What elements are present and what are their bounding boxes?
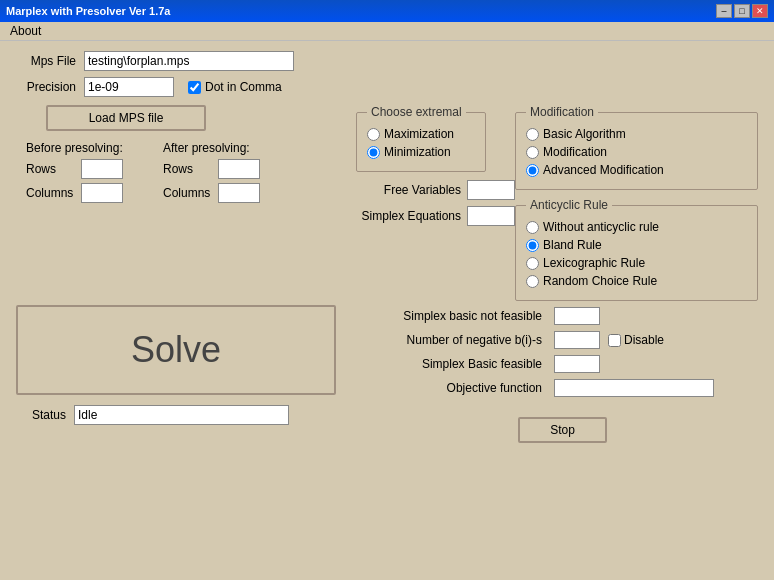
before-columns-row: Columns: [26, 183, 123, 203]
simplex-not-feasible-label: Simplex basic not feasible: [367, 309, 542, 323]
mps-file-input[interactable]: [84, 51, 294, 71]
modification-legend: Modification: [526, 105, 598, 119]
without-anticyclic-label: Without anticyclic rule: [543, 220, 659, 234]
choose-extremal-legend: Choose extremal: [367, 105, 466, 119]
right-panel: Modification Basic Algorithm Modificatio…: [515, 105, 758, 301]
precision-input[interactable]: [84, 77, 174, 97]
before-rows-row: Rows: [26, 159, 123, 179]
top-section: Load MPS file Before presolving: Rows Co…: [16, 105, 758, 301]
simplex-feasible-label: Simplex Basic feasible: [367, 357, 542, 371]
after-columns-input[interactable]: [218, 183, 260, 203]
negative-b-label: Number of negative b(i)-s: [367, 333, 542, 347]
dot-in-comma-checkbox[interactable]: [188, 81, 201, 94]
after-columns-label: Columns: [163, 186, 218, 200]
before-rows-input[interactable]: [81, 159, 123, 179]
objective-function-input[interactable]: [554, 379, 714, 397]
simplex-equations-label: Simplex Equations: [356, 209, 461, 223]
left-panel: Load MPS file Before presolving: Rows Co…: [16, 105, 356, 301]
bottom-section: Solve Status Simplex basic not feasible …: [16, 305, 758, 443]
maximization-label: Maximization: [384, 127, 454, 141]
before-presolving: Before presolving: Rows Columns: [26, 141, 123, 211]
stop-button[interactable]: Stop: [518, 417, 607, 443]
random-choice-rule-row: Random Choice Rule: [526, 274, 747, 288]
after-rows-label: Rows: [163, 162, 218, 176]
solve-button[interactable]: Solve: [16, 305, 336, 395]
mps-file-row: Mps File: [16, 51, 758, 71]
before-presolving-label: Before presolving:: [26, 141, 123, 155]
advanced-modification-label: Advanced Modification: [543, 163, 664, 177]
right-results-panel: Simplex basic not feasible Number of neg…: [367, 305, 758, 443]
after-rows-input[interactable]: [218, 159, 260, 179]
title-bar: Marplex with Presolver Ver 1.7a – □ ✕: [0, 0, 774, 22]
random-choice-rule-label: Random Choice Rule: [543, 274, 657, 288]
before-columns-input[interactable]: [81, 183, 123, 203]
maximization-radio[interactable]: [367, 128, 380, 141]
window-controls: – □ ✕: [716, 4, 768, 18]
solve-section: Solve Status: [16, 305, 351, 443]
basic-algorithm-row: Basic Algorithm: [526, 127, 747, 141]
load-mps-button[interactable]: Load MPS file: [46, 105, 206, 131]
bland-rule-radio[interactable]: [526, 239, 539, 252]
bland-rule-label: Bland Rule: [543, 238, 602, 252]
dot-in-comma-label: Dot in Comma: [205, 80, 282, 94]
center-panel: Choose extremal Maximization Minimizatio…: [356, 105, 515, 301]
objective-function-label: Objective function: [367, 381, 542, 395]
lexicographic-rule-row: Lexicographic Rule: [526, 256, 747, 270]
free-variables-label: Free Variables: [356, 183, 461, 197]
after-presolving-label: After presolving:: [163, 141, 260, 155]
negative-b-input[interactable]: [554, 331, 600, 349]
choose-extremal-group: Choose extremal Maximization Minimizatio…: [356, 105, 486, 172]
status-input[interactable]: [74, 405, 289, 425]
status-label: Status: [16, 408, 66, 422]
close-button[interactable]: ✕: [752, 4, 768, 18]
menu-bar: About: [0, 22, 774, 41]
lexicographic-rule-label: Lexicographic Rule: [543, 256, 645, 270]
minimize-button[interactable]: –: [716, 4, 732, 18]
after-rows-row: Rows: [163, 159, 260, 179]
maximization-row: Maximization: [367, 127, 475, 141]
anticyclic-rule-legend: Anticyclic Rule: [526, 198, 612, 212]
window-title: Marplex with Presolver Ver 1.7a: [6, 5, 170, 17]
simplex-not-feasible-row: Simplex basic not feasible: [367, 307, 758, 325]
disable-checkbox[interactable]: [608, 334, 621, 347]
after-columns-row: Columns: [163, 183, 260, 203]
advanced-modification-radio[interactable]: [526, 164, 539, 177]
minimization-label: Minimization: [384, 145, 451, 159]
lexicographic-rule-radio[interactable]: [526, 257, 539, 270]
negative-b-row: Number of negative b(i)-s Disable: [367, 331, 758, 349]
menu-about[interactable]: About: [6, 22, 45, 40]
mps-file-label: Mps File: [16, 54, 76, 68]
advanced-modification-row: Advanced Modification: [526, 163, 747, 177]
maximize-button[interactable]: □: [734, 4, 750, 18]
basic-algorithm-radio[interactable]: [526, 128, 539, 141]
main-content: Mps File Precision Dot in Comma Load MPS…: [0, 41, 774, 580]
precision-label: Precision: [16, 80, 76, 94]
status-row: Status: [16, 405, 351, 425]
without-anticyclic-row: Without anticyclic rule: [526, 220, 747, 234]
simplex-feasible-input[interactable]: [554, 355, 600, 373]
bland-rule-row: Bland Rule: [526, 238, 747, 252]
presolving-section: Before presolving: Rows Columns After pr…: [26, 141, 356, 211]
modification-radio[interactable]: [526, 146, 539, 159]
simplex-equations-input[interactable]: [467, 206, 515, 226]
without-anticyclic-radio[interactable]: [526, 221, 539, 234]
stop-btn-row: Stop: [367, 417, 758, 443]
minimization-radio[interactable]: [367, 146, 380, 159]
basic-algorithm-label: Basic Algorithm: [543, 127, 626, 141]
modification-group: Modification Basic Algorithm Modificatio…: [515, 105, 758, 190]
modification-label: Modification: [543, 145, 607, 159]
before-columns-label: Columns: [26, 186, 81, 200]
load-btn-row: Load MPS file: [46, 105, 356, 131]
modification-row: Modification: [526, 145, 747, 159]
objective-function-row: Objective function: [367, 379, 758, 397]
free-variables-input[interactable]: [467, 180, 515, 200]
after-presolving: After presolving: Rows Columns: [163, 141, 260, 211]
before-rows-label: Rows: [26, 162, 81, 176]
simplex-feasible-row: Simplex Basic feasible: [367, 355, 758, 373]
disable-label: Disable: [624, 333, 664, 347]
random-choice-rule-radio[interactable]: [526, 275, 539, 288]
anticyclic-rule-group: Anticyclic Rule Without anticyclic rule …: [515, 198, 758, 301]
minimization-row: Minimization: [367, 145, 475, 159]
simplex-not-feasible-input[interactable]: [554, 307, 600, 325]
free-variables-row: Free Variables Simplex Equations: [356, 180, 515, 226]
